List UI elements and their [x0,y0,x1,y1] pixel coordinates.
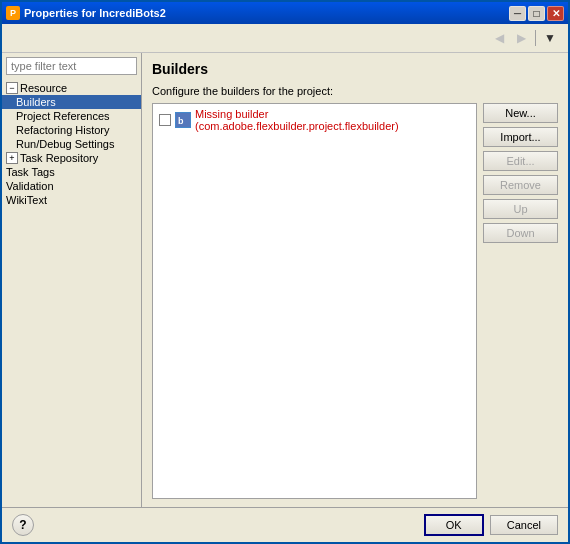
edit-button[interactable]: Edit... [483,151,558,171]
close-button[interactable]: ✕ [547,6,564,21]
tree-item-project-references[interactable]: Project References [2,109,141,123]
toolbar-separator [535,30,536,46]
buttons-panel: New... Import... Edit... Remove Up Down [483,103,558,499]
panel-description: Configure the builders for the project: [152,85,558,97]
bottom-left: ? [12,514,418,536]
builder-item[interactable]: b Missing builder (com.adobe.flexbuilder… [155,106,474,134]
tree: − Resource Builders Project References R… [2,79,141,507]
forward-button[interactable]: ▶ [511,28,531,48]
filter-input[interactable] [6,57,137,75]
right-panel: Builders Configure the builders for the … [142,53,568,507]
tree-label-validation: Validation [6,180,54,192]
tree-item-resource[interactable]: − Resource [2,81,141,95]
tree-item-task-repository[interactable]: + Task Repository [2,151,141,165]
dropdown-button[interactable]: ▼ [540,28,560,48]
tree-item-builders[interactable]: Builders [2,95,141,109]
builder-label: Missing builder (com.adobe.flexbuilder.p… [195,108,470,132]
back-icon: ◀ [495,31,504,45]
window-title: Properties for IncrediBots2 [24,7,505,19]
forward-icon: ▶ [517,31,526,45]
tree-item-validation[interactable]: Validation [2,179,141,193]
tree-label-refactoring-history: Refactoring History [16,124,110,136]
expand-icon-resource: − [6,82,18,94]
tree-label-run-debug-settings: Run/Debug Settings [16,138,114,150]
window-controls: ─ □ ✕ [509,6,564,21]
body-area: − Resource Builders Project References R… [2,53,568,507]
window-icon: P [6,6,20,20]
import-button[interactable]: Import... [483,127,558,147]
toolbar: ◀ ▶ ▼ [2,24,568,53]
help-button[interactable]: ? [12,514,34,536]
bottom-bar: ? OK Cancel [2,507,568,542]
down-button[interactable]: Down [483,223,558,243]
tree-item-run-debug-settings[interactable]: Run/Debug Settings [2,137,141,151]
tree-label-project-references: Project References [16,110,110,122]
svg-text:b: b [178,116,184,126]
tree-label-resource: Resource [20,82,67,94]
tree-label-task-tags: Task Tags [6,166,55,178]
dropdown-icon: ▼ [544,31,556,45]
builders-list-area: b Missing builder (com.adobe.flexbuilder… [152,103,558,499]
builders-list[interactable]: b Missing builder (com.adobe.flexbuilder… [152,103,477,499]
expand-icon-task-repository: + [6,152,18,164]
remove-button[interactable]: Remove [483,175,558,195]
tree-label-task-repository: Task Repository [20,152,98,164]
ok-button[interactable]: OK [424,514,484,536]
title-bar: P Properties for IncrediBots2 ─ □ ✕ [2,2,568,24]
tree-label-builders: Builders [16,96,56,108]
minimize-button[interactable]: ─ [509,6,526,21]
maximize-button[interactable]: □ [528,6,545,21]
tree-label-wikitext: WikiText [6,194,47,206]
panel-title: Builders [152,61,558,77]
cancel-button[interactable]: Cancel [490,515,558,535]
builder-icon: b [175,112,191,128]
left-panel: − Resource Builders Project References R… [2,53,142,507]
tree-item-refactoring-history[interactable]: Refactoring History [2,123,141,137]
up-button[interactable]: Up [483,199,558,219]
back-button[interactable]: ◀ [489,28,509,48]
main-window: P Properties for IncrediBots2 ─ □ ✕ ◀ ▶ … [0,0,570,544]
tree-item-wikitext[interactable]: WikiText [2,193,141,207]
tree-item-task-tags[interactable]: Task Tags [2,165,141,179]
builder-checkbox[interactable] [159,114,171,126]
new-button[interactable]: New... [483,103,558,123]
